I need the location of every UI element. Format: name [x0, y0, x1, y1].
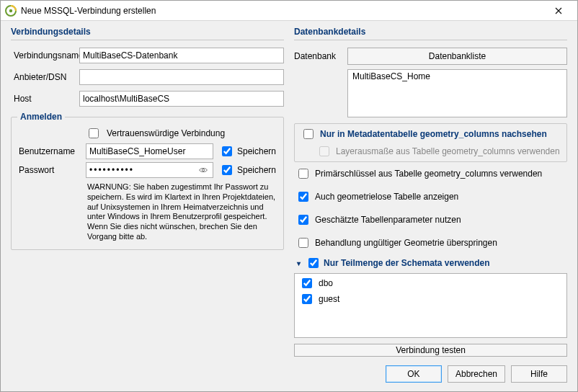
- save-password-label: Speichern: [237, 165, 276, 175]
- schema-subset-checkbox[interactable]: [308, 258, 319, 268]
- titlebar: Neue MSSQL-Verbindung erstellen: [1, 1, 577, 21]
- login-group: Anmelden Vertrauenswürdige Verbindung Be…: [11, 117, 284, 250]
- username-input[interactable]: [86, 143, 213, 159]
- save-username-label: Speichern: [237, 146, 276, 156]
- layer-extent-checkbox: [319, 146, 329, 156]
- schema-listbox[interactable]: dbo guest: [294, 273, 567, 338]
- row-invalid-geom: Behandlung ungültiger Geometrie überspri…: [295, 236, 566, 250]
- row-username: Benutzername Speichern: [19, 143, 276, 159]
- host-label: Host: [11, 94, 79, 104]
- svg-point-2: [202, 169, 204, 171]
- row-connection-name: Verbindungsname: [11, 48, 284, 63]
- password-warning: WARNUNG: Sie haben zugestimmt Ihr Passwo…: [87, 182, 276, 242]
- geometry-columns-group: Nur in Metadatentabelle geometry_columns…: [294, 123, 567, 162]
- save-username-checkbox[interactable]: [222, 146, 232, 156]
- connection-name-input[interactable]: [79, 48, 284, 63]
- schema-subset-label: Nur Teilmenge der Schemata verwenden: [324, 258, 490, 268]
- login-group-title: Anmelden: [17, 112, 65, 122]
- save-username-wrap: Speichern: [219, 144, 276, 159]
- help-button[interactable]: Hilfe: [511, 365, 567, 383]
- app-icon: [5, 5, 17, 17]
- estimate-params-checkbox[interactable]: [298, 215, 308, 225]
- database-list-button[interactable]: Datenbankliste: [347, 48, 567, 65]
- pk-geometry-columns-label: Primärschlüssel aus Tabelle geometry_col…: [315, 169, 542, 179]
- database-details-pane: Datenbankdetails Datenbank Datenbanklist…: [294, 27, 567, 360]
- save-password-wrap: Speichern: [219, 163, 276, 177]
- trusted-connection-label: Vertrauenswürdige Verbindung: [107, 128, 225, 138]
- database-listbox[interactable]: MultiBaseCS_Home: [347, 69, 567, 117]
- show-geometryless-label: Auch geometrielose Tabelle anzeigen: [315, 192, 458, 202]
- dialog-button-row: OK Abbrechen Hilfe: [1, 360, 577, 391]
- ok-button[interactable]: OK: [386, 365, 442, 383]
- schema-row: dbo: [298, 275, 564, 291]
- connection-name-label: Verbindungsname: [11, 50, 79, 61]
- close-button[interactable]: [544, 1, 573, 21]
- row-host: Host: [11, 91, 284, 107]
- row-password: Passwort Speichern: [19, 162, 276, 178]
- toggle-password-visibility[interactable]: [195, 163, 212, 177]
- schema-name: guest: [319, 294, 339, 304]
- schema-subset-header: ▾ Nur Teilmenge der Schemata verwenden: [294, 256, 567, 270]
- schema-checkbox-dbo[interactable]: [302, 278, 312, 288]
- schema-row: guest: [298, 291, 564, 307]
- row-geomless: Auch geometrielose Tabelle anzeigen: [295, 190, 566, 204]
- only-geometry-columns-label: Nur in Metadatentabelle geometry_columns…: [320, 129, 547, 139]
- password-label: Passwort: [19, 165, 80, 175]
- database-list-item[interactable]: MultiBaseCS_Home: [348, 70, 566, 83]
- estimate-params-label: Geschätzte Tabellenparameter nutzen: [315, 215, 461, 225]
- show-geometryless-checkbox[interactable]: [298, 192, 308, 202]
- separator: [294, 40, 567, 40]
- database-label: Datenbank: [294, 51, 343, 61]
- save-password-checkbox[interactable]: [222, 165, 232, 175]
- layer-extent-label: Layerausmaße aus Tabelle geometry_column…: [336, 146, 560, 156]
- skip-invalid-geometry-checkbox[interactable]: [298, 238, 308, 248]
- row-estimate: Geschätzte Tabellenparameter nutzen: [295, 213, 566, 227]
- svg-point-1: [9, 9, 12, 12]
- dialog-content: Verbindungsdetails Verbindungsname Anbie…: [1, 21, 577, 360]
- skip-invalid-geometry-label: Behandlung ungültiger Geometrie überspri…: [315, 238, 497, 248]
- connection-details-pane: Verbindungsdetails Verbindungsname Anbie…: [11, 27, 284, 360]
- cancel-button[interactable]: Abbrechen: [448, 365, 505, 383]
- schema-name: dbo: [319, 278, 333, 288]
- dialog-window: Neue MSSQL-Verbindung erstellen Verbindu…: [0, 0, 578, 392]
- pk-geometry-columns-checkbox[interactable]: [298, 169, 308, 179]
- row-pk-geom: Primärschlüssel aus Tabelle geometry_col…: [295, 166, 566, 181]
- only-geometry-columns-checkbox[interactable]: [303, 129, 314, 139]
- schema-collapse-toggle[interactable]: ▾: [294, 259, 303, 267]
- schema-checkbox-guest[interactable]: [302, 294, 312, 304]
- row-trusted: Vertrauenswürdige Verbindung: [19, 126, 276, 141]
- row-database: Datenbank Datenbankliste: [294, 48, 567, 65]
- provider-input[interactable]: [79, 69, 284, 85]
- provider-label: Anbieter/DSN: [11, 72, 79, 82]
- window-title: Neue MSSQL-Verbindung erstellen: [21, 6, 544, 16]
- close-icon: [555, 7, 562, 14]
- database-details-heading: Datenbankdetails: [294, 27, 567, 38]
- username-label: Benutzername: [19, 146, 80, 156]
- host-input[interactable]: [79, 91, 284, 107]
- connection-details-heading: Verbindungsdetails: [11, 27, 284, 38]
- eye-icon: [199, 166, 208, 174]
- trusted-connection-checkbox[interactable]: [89, 128, 99, 138]
- row-provider: Anbieter/DSN: [11, 69, 284, 85]
- test-connection-button[interactable]: Verbindung testen: [294, 344, 567, 357]
- separator: [11, 40, 284, 40]
